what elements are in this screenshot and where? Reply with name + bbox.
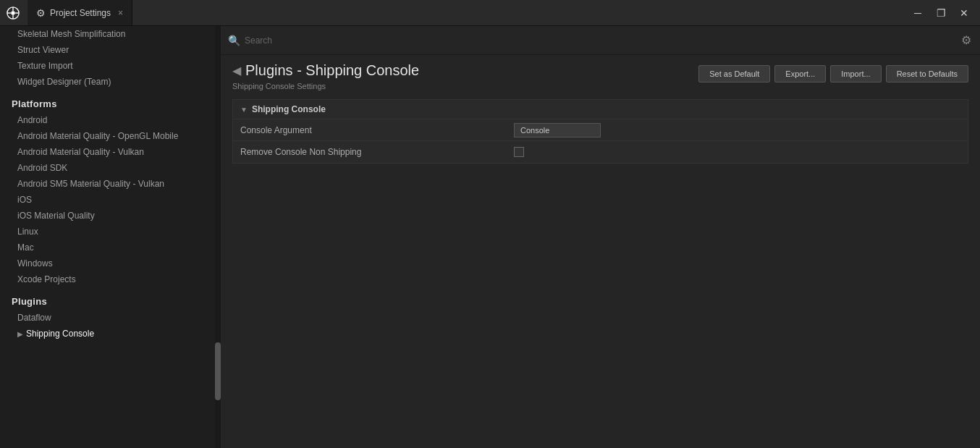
sidebar-item-windows[interactable]: Windows — [0, 255, 221, 271]
remove-non-shipping-checkbox[interactable] — [514, 147, 524, 157]
sidebar-item-android-vk[interactable]: Android Material Quality - Vulkan — [0, 144, 221, 160]
page-title-arrow-icon: ◀ — [232, 64, 241, 77]
export-button[interactable]: Export... — [774, 65, 826, 83]
search-input[interactable] — [245, 35, 955, 46]
header-buttons: Set as Default Export... Import... Reset… — [698, 62, 968, 83]
right-panel: 🔍 ⚙ ◀ Plugins - Shipping Console Shippin… — [221, 26, 980, 448]
tab-project-settings[interactable]: ⚙ Project Settings × — [28, 0, 132, 25]
shipping-console-arrow-icon: ▶ — [17, 330, 23, 338]
remove-non-shipping-label: Remove Console Non Shipping — [233, 143, 508, 161]
close-button[interactable]: ✕ — [954, 3, 974, 23]
reset-to-defaults-button[interactable]: Reset to Defaults — [886, 65, 968, 83]
sidebar-category-plugins: Plugins — [0, 287, 221, 310]
section-collapse-arrow-icon: ▼ — [240, 106, 248, 114]
sidebar-item-shipping-console[interactable]: ▶ Shipping Console — [0, 326, 221, 342]
search-icon: 🔍 — [228, 35, 240, 46]
search-bar: 🔍 ⚙ — [221, 26, 980, 55]
sidebar: Skeletal Mesh Simplification Struct View… — [0, 26, 221, 448]
console-argument-input[interactable] — [514, 123, 601, 138]
tab-close-btn[interactable]: × — [118, 8, 123, 18]
sidebar-item-xcode[interactable]: Xcode Projects — [0, 271, 221, 287]
main-content: Skeletal Mesh Simplification Struct View… — [0, 26, 980, 448]
svg-point-1 — [11, 11, 14, 14]
sidebar-scrollbar-track[interactable] — [215, 26, 221, 448]
sidebar-item-dataflow[interactable]: Dataflow — [0, 310, 221, 326]
console-argument-value — [508, 120, 968, 140]
sidebar-group-plugins: Plugins Dataflow ▶ Shipping Console — [0, 287, 221, 342]
tab-label: Project Settings — [50, 8, 111, 18]
section-shipping-console-body: Console Argument Remove Console Non Ship… — [232, 119, 968, 164]
title-bar: ⚙ Project Settings × ─ ❐ ✕ — [0, 0, 980, 26]
page-header: ◀ Plugins - Shipping Console Shipping Co… — [221, 55, 980, 99]
sidebar-item-skeletal-mesh[interactable]: Skeletal Mesh Simplification — [0, 26, 221, 42]
sidebar-item-linux[interactable]: Linux — [0, 224, 221, 240]
sidebar-item-widget-designer[interactable]: Widget Designer (Team) — [0, 74, 221, 90]
table-row: Remove Console Non Shipping — [233, 141, 968, 163]
section-shipping-console: ▼ Shipping Console Console Argument Remo… — [232, 99, 968, 164]
sidebar-item-android-sdk[interactable]: Android SDK — [0, 160, 221, 176]
import-button[interactable]: Import... — [830, 65, 881, 83]
settings-tab-icon: ⚙ — [36, 7, 46, 19]
sidebar-group-misc: Skeletal Mesh Simplification Struct View… — [0, 26, 221, 90]
restore-button[interactable]: ❐ — [931, 3, 951, 23]
settings-content: ▼ Shipping Console Console Argument Remo… — [221, 99, 980, 448]
sidebar-item-struct-viewer[interactable]: Struct Viewer — [0, 42, 221, 58]
tab-area: ⚙ Project Settings × — [28, 0, 132, 25]
sidebar-category-platforms: Platforms — [0, 90, 221, 112]
sidebar-item-android-gl[interactable]: Android Material Quality - OpenGL Mobile — [0, 128, 221, 144]
app-logo — [6, 6, 20, 20]
sidebar-item-ios-quality[interactable]: iOS Material Quality — [0, 208, 221, 224]
set-as-default-button[interactable]: Set as Default — [698, 65, 770, 83]
sidebar-item-ios[interactable]: iOS — [0, 192, 221, 208]
sidebar-item-texture-import[interactable]: Texture Import — [0, 58, 221, 74]
sidebar-group-platforms: Platforms Android Android Material Quali… — [0, 90, 221, 287]
sidebar-item-mac[interactable]: Mac — [0, 240, 221, 255]
table-row: Console Argument — [233, 119, 968, 141]
section-shipping-console-label: Shipping Console — [252, 104, 326, 114]
page-title: ◀ Plugins - Shipping Console — [232, 62, 698, 79]
window-controls: ─ ❐ ✕ — [908, 3, 974, 23]
search-settings-icon[interactable]: ⚙ — [960, 32, 973, 48]
console-argument-label: Console Argument — [233, 121, 508, 140]
sidebar-item-android-sm5[interactable]: Android SM5 Material Quality - Vulkan — [0, 176, 221, 192]
remove-non-shipping-value — [508, 144, 968, 160]
sidebar-item-android[interactable]: Android — [0, 112, 221, 128]
sidebar-scrollbar-thumb[interactable] — [215, 342, 221, 400]
page-title-area: ◀ Plugins - Shipping Console Shipping Co… — [232, 62, 698, 96]
section-shipping-console-header[interactable]: ▼ Shipping Console — [232, 99, 968, 119]
page-subtitle: Shipping Console Settings — [232, 82, 698, 90]
minimize-button[interactable]: ─ — [908, 3, 928, 23]
